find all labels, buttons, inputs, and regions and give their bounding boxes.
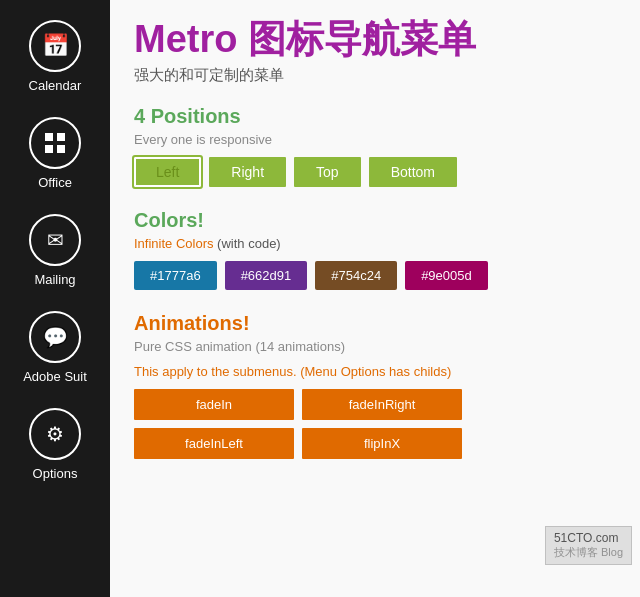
sidebar-item-adobe-suit[interactable]: 💬 Adobe Suit: [0, 301, 110, 394]
btn-bottom[interactable]: Bottom: [369, 157, 457, 187]
svg-rect-2: [45, 145, 53, 153]
color-btn-9e005d[interactable]: #9e005d: [405, 261, 488, 290]
btn-top[interactable]: Top: [294, 157, 361, 187]
positions-section: 4 Positions Every one is responsive Left…: [134, 105, 616, 187]
animations-desc1: Pure CSS animation (14 animations): [134, 339, 616, 354]
svg-rect-0: [45, 133, 53, 141]
animations-title: Animations!: [134, 312, 616, 335]
color-swatches: #1777a6 #662d91 #754c24 #9e005d: [134, 261, 616, 290]
adobe-suit-icon: 💬: [29, 311, 81, 363]
animation-buttons: fadeIn fadeInRight fadeInLeft flipInX: [134, 389, 616, 459]
colors-section: Colors! Infinite Colors (with code) #177…: [134, 209, 616, 290]
sidebar-label-adobe-suit: Adobe Suit: [23, 369, 87, 384]
animations-section: Animations! Pure CSS animation (14 anima…: [134, 312, 616, 459]
svg-rect-3: [57, 145, 65, 153]
color-btn-1777a6[interactable]: #1777a6: [134, 261, 217, 290]
page-subtitle: 强大的和可定制的菜单: [134, 66, 616, 85]
anim-btn-fadeinright[interactable]: fadeInRight: [302, 389, 462, 420]
color-btn-754c24[interactable]: #754c24: [315, 261, 397, 290]
sidebar-item-office[interactable]: Office: [0, 107, 110, 200]
color-btn-662d91[interactable]: #662d91: [225, 261, 308, 290]
sidebar-label-options: Options: [33, 466, 78, 481]
mailing-icon: ✉: [29, 214, 81, 266]
positions-desc: Every one is responsive: [134, 132, 616, 147]
anim-btn-flipinx[interactable]: flipInX: [302, 428, 462, 459]
colors-title: Colors!: [134, 209, 616, 232]
sidebar: 📅 Calendar Office ✉ Mailing 💬 Adobe Suit…: [0, 0, 110, 597]
anim-btn-fadein[interactable]: fadeIn: [134, 389, 294, 420]
options-icon: ⚙: [29, 408, 81, 460]
svg-rect-1: [57, 133, 65, 141]
sidebar-label-office: Office: [38, 175, 72, 190]
main-content: Metro 图标导航菜单 强大的和可定制的菜单 4 Positions Ever…: [110, 0, 640, 597]
sidebar-label-calendar: Calendar: [29, 78, 82, 93]
watermark: 51CTO.com 技术博客 Blog: [545, 526, 632, 565]
btn-left[interactable]: Left: [134, 157, 201, 187]
calendar-icon: 📅: [29, 20, 81, 72]
page-title: Metro 图标导航菜单: [134, 18, 616, 62]
positions-buttons: Left Right Top Bottom: [134, 157, 616, 187]
sidebar-item-options[interactable]: ⚙ Options: [0, 398, 110, 491]
animations-desc2: This apply to the submenus. (Menu Option…: [134, 364, 616, 379]
sidebar-label-mailing: Mailing: [34, 272, 75, 287]
btn-right[interactable]: Right: [209, 157, 286, 187]
positions-title: 4 Positions: [134, 105, 616, 128]
watermark-site: 51CTO.com: [554, 531, 623, 545]
office-icon: [29, 117, 81, 169]
sidebar-item-calendar[interactable]: 📅 Calendar: [0, 10, 110, 103]
watermark-sub: 技术博客 Blog: [554, 545, 623, 560]
colors-desc: Infinite Colors (with code): [134, 236, 616, 251]
anim-btn-fadeinleft[interactable]: fadeInLeft: [134, 428, 294, 459]
sidebar-item-mailing[interactable]: ✉ Mailing: [0, 204, 110, 297]
